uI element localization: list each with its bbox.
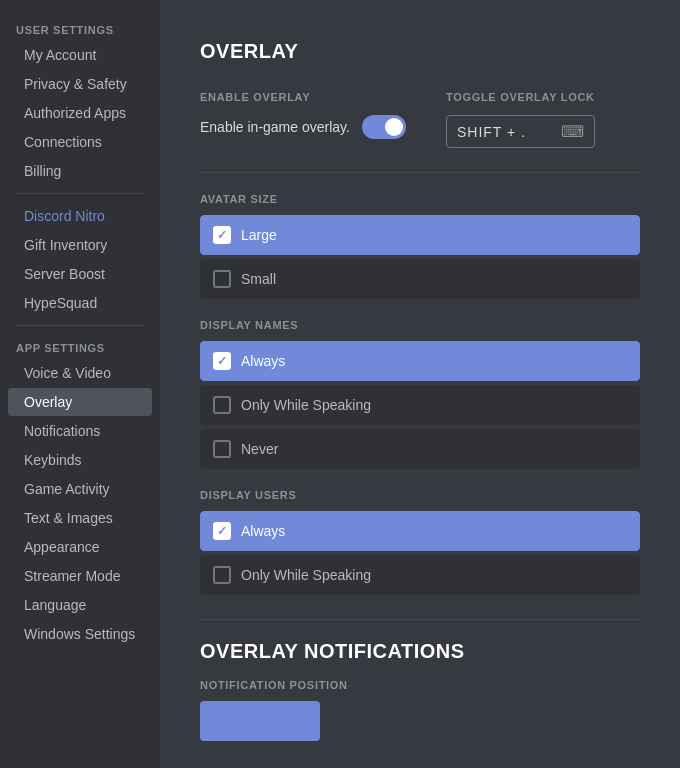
app-settings-label: APP SETTINGS (0, 334, 160, 358)
avatar-option-large-label: Large (241, 227, 277, 243)
sidebar-item-my-account[interactable]: My Account (8, 41, 152, 69)
avatar-size-label: AVATAR SIZE (200, 193, 640, 205)
enable-text: Enable in-game overlay. (200, 119, 350, 135)
toggle-overlay-lock-label: TOGGLE OVERLAY LOCK (446, 91, 595, 103)
sidebar-item-label: My Account (24, 47, 96, 63)
display-users-always-label: Always (241, 523, 285, 539)
display-names-never[interactable]: Never (200, 429, 640, 469)
overlay-notifications-title: OVERLAY NOTIFICATIONS (200, 640, 640, 663)
sidebar-item-privacy-safety[interactable]: Privacy & Safety (8, 70, 152, 98)
checkbox-users-speaking (213, 566, 231, 584)
sidebar-item-server-boost[interactable]: Server Boost (8, 260, 152, 288)
display-names-speaking-label: Only While Speaking (241, 397, 371, 413)
notification-position-label: NOTIFICATION POSITION (200, 679, 640, 691)
divider-1 (16, 193, 144, 194)
sidebar-item-label: Keybinds (24, 452, 82, 468)
avatar-option-small-label: Small (241, 271, 276, 287)
sidebar-item-label: HypeSquad (24, 295, 97, 311)
display-users-group: DISPLAY USERS Always Only While Speaking (200, 489, 640, 595)
display-names-speaking[interactable]: Only While Speaking (200, 385, 640, 425)
checkbox-names-speaking (213, 396, 231, 414)
sidebar-item-label: Billing (24, 163, 61, 179)
sidebar-item-language[interactable]: Language (8, 591, 152, 619)
avatar-option-small[interactable]: Small (200, 259, 640, 299)
display-names-always-label: Always (241, 353, 285, 369)
keyboard-icon: ⌨ (561, 122, 584, 141)
toggle-knob (385, 118, 403, 136)
sidebar-item-overlay[interactable]: Overlay (8, 388, 152, 416)
enable-overlay-label: ENABLE OVERLAY (200, 91, 406, 103)
sidebar-item-label: Discord Nitro (24, 208, 105, 224)
sidebar-item-label: Connections (24, 134, 102, 150)
sidebar-item-label: Overlay (24, 394, 72, 410)
display-users-speaking[interactable]: Only While Speaking (200, 555, 640, 595)
display-names-label: DISPLAY NAMES (200, 319, 640, 331)
sidebar-item-appearance[interactable]: Appearance (8, 533, 152, 561)
sidebar-item-label: Authorized Apps (24, 105, 126, 121)
sidebar-item-hypesquad[interactable]: HypeSquad (8, 289, 152, 317)
sidebar-item-voice-video[interactable]: Voice & Video (8, 359, 152, 387)
sidebar-item-label: Streamer Mode (24, 568, 120, 584)
user-settings-label: USER SETTINGS (0, 16, 160, 40)
keybind-box[interactable]: SHIFT + . ⌨ (446, 115, 595, 148)
section-divider-2 (200, 619, 640, 620)
sidebar-item-label: Language (24, 597, 86, 613)
toggle-lock-col: TOGGLE OVERLAY LOCK SHIFT + . ⌨ (446, 91, 595, 148)
display-names-group: DISPLAY NAMES Always Only While Speaking… (200, 319, 640, 469)
main-content: OVERLAY ENABLE OVERLAY Enable in-game ov… (160, 0, 680, 768)
sidebar-item-label: Appearance (24, 539, 100, 555)
display-users-speaking-label: Only While Speaking (241, 567, 371, 583)
notification-position-bar[interactable] (200, 701, 320, 741)
display-users-label: DISPLAY USERS (200, 489, 640, 501)
sidebar: USER SETTINGS My Account Privacy & Safet… (0, 0, 160, 768)
sidebar-item-label: Notifications (24, 423, 100, 439)
enable-overlay-col: ENABLE OVERLAY Enable in-game overlay. (200, 91, 406, 148)
sidebar-item-windows-settings[interactable]: Windows Settings (8, 620, 152, 648)
overlay-top-row: ENABLE OVERLAY Enable in-game overlay. T… (200, 91, 640, 148)
sidebar-item-gift-inventory[interactable]: Gift Inventory (8, 231, 152, 259)
avatar-size-group: AVATAR SIZE Large Small (200, 193, 640, 299)
sidebar-item-billing[interactable]: Billing (8, 157, 152, 185)
display-names-never-label: Never (241, 441, 278, 457)
checkbox-small (213, 270, 231, 288)
sidebar-item-game-activity[interactable]: Game Activity (8, 475, 152, 503)
enable-overlay-toggle[interactable] (362, 115, 406, 139)
sidebar-item-connections[interactable]: Connections (8, 128, 152, 156)
sidebar-item-text-images[interactable]: Text & Images (8, 504, 152, 532)
sidebar-item-label: Text & Images (24, 510, 113, 526)
page-title: OVERLAY (200, 40, 640, 63)
sidebar-item-label: Game Activity (24, 481, 110, 497)
sidebar-item-label: Voice & Video (24, 365, 111, 381)
sidebar-item-discord-nitro[interactable]: Discord Nitro (8, 202, 152, 230)
overlay-notifications-section: OVERLAY NOTIFICATIONS NOTIFICATION POSIT… (200, 619, 640, 741)
divider-2 (16, 325, 144, 326)
keybind-value: SHIFT + . (457, 124, 553, 140)
checkbox-names-always (213, 352, 231, 370)
sidebar-item-label: Privacy & Safety (24, 76, 127, 92)
sidebar-item-authorized-apps[interactable]: Authorized Apps (8, 99, 152, 127)
checkbox-large (213, 226, 231, 244)
enable-row: Enable in-game overlay. (200, 115, 406, 139)
section-divider-1 (200, 172, 640, 173)
avatar-option-large[interactable]: Large (200, 215, 640, 255)
checkbox-names-never (213, 440, 231, 458)
sidebar-item-keybinds[interactable]: Keybinds (8, 446, 152, 474)
sidebar-item-notifications[interactable]: Notifications (8, 417, 152, 445)
sidebar-item-label: Server Boost (24, 266, 105, 282)
checkbox-users-always (213, 522, 231, 540)
sidebar-item-label: Windows Settings (24, 626, 135, 642)
display-names-always[interactable]: Always (200, 341, 640, 381)
display-users-always[interactable]: Always (200, 511, 640, 551)
sidebar-item-streamer-mode[interactable]: Streamer Mode (8, 562, 152, 590)
sidebar-item-label: Gift Inventory (24, 237, 107, 253)
